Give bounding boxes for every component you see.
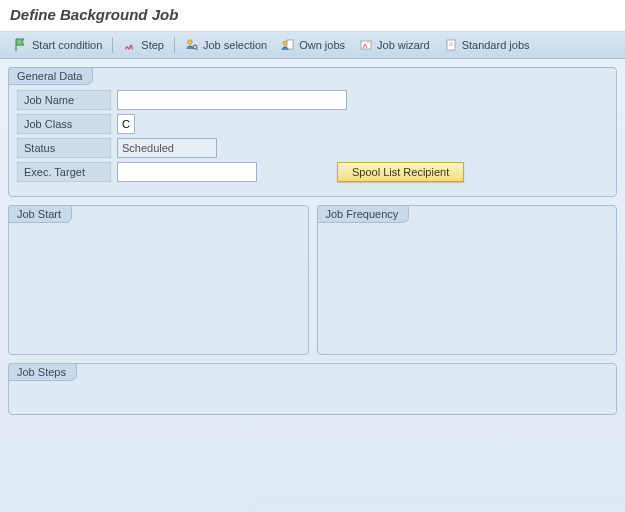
standard-jobs-button[interactable]: Standard jobs — [438, 36, 536, 54]
svg-point-4 — [283, 41, 287, 45]
own-jobs-label: Own jobs — [299, 39, 345, 51]
wizard-icon — [359, 38, 373, 52]
job-selection-button[interactable]: Job selection — [179, 36, 273, 54]
content-area: General Data Job Name Job Class Status E… — [0, 59, 625, 512]
own-jobs-button[interactable]: Own jobs — [275, 36, 351, 54]
job-class-label: Job Class — [17, 114, 111, 134]
spool-list-recipient-button[interactable]: Spool List Recipient — [337, 162, 464, 182]
general-data-panel: General Data Job Name Job Class Status E… — [8, 67, 617, 197]
general-data-title: General Data — [8, 67, 93, 85]
start-condition-button[interactable]: Start condition — [8, 36, 108, 54]
page-header: Define Background Job — [0, 0, 625, 32]
svg-point-0 — [188, 40, 192, 44]
toolbar-separator — [112, 37, 113, 53]
person-search-icon — [185, 38, 199, 52]
page-title: Define Background Job — [10, 6, 615, 23]
toolbar: Start condition Step Job selection Own j… — [0, 32, 625, 59]
job-class-input[interactable] — [117, 114, 135, 134]
svg-line-2 — [196, 49, 198, 51]
job-selection-label: Job selection — [203, 39, 267, 51]
exec-target-input[interactable] — [117, 162, 257, 182]
person-doc-icon — [281, 38, 295, 52]
job-name-label: Job Name — [17, 90, 111, 110]
step-label: Step — [141, 39, 164, 51]
job-start-panel: Job Start — [8, 205, 309, 355]
doc-icon — [444, 38, 458, 52]
exec-target-label: Exec. Target — [17, 162, 111, 182]
svg-rect-3 — [287, 40, 293, 49]
job-name-input[interactable] — [117, 90, 347, 110]
job-steps-panel: Job Steps — [8, 363, 617, 415]
status-value — [117, 138, 217, 158]
step-button[interactable]: Step — [117, 36, 170, 54]
svg-point-1 — [193, 45, 197, 49]
job-steps-title: Job Steps — [8, 363, 77, 381]
job-frequency-title: Job Frequency — [317, 205, 410, 223]
job-wizard-label: Job wizard — [377, 39, 430, 51]
start-condition-label: Start condition — [32, 39, 102, 51]
steps-icon — [123, 38, 137, 52]
status-label: Status — [17, 138, 111, 158]
flag-icon — [14, 38, 28, 52]
job-start-title: Job Start — [8, 205, 72, 223]
job-wizard-button[interactable]: Job wizard — [353, 36, 436, 54]
toolbar-separator — [174, 37, 175, 53]
job-frequency-panel: Job Frequency — [317, 205, 618, 355]
standard-jobs-label: Standard jobs — [462, 39, 530, 51]
